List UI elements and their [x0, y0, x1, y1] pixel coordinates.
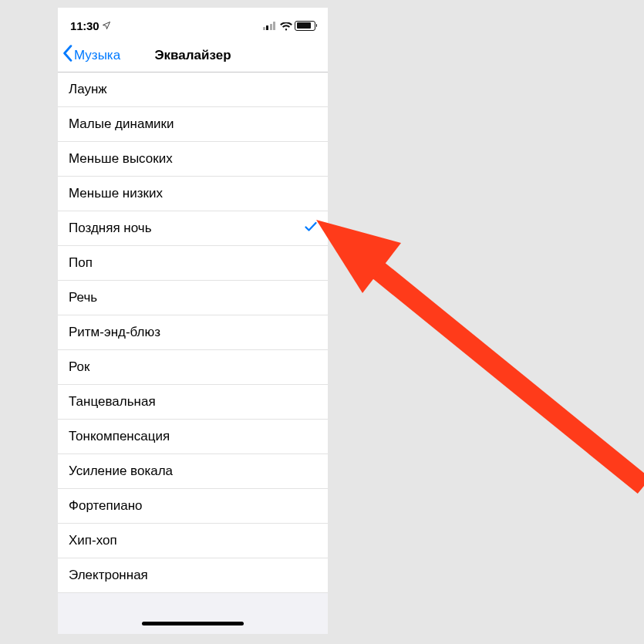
- status-left: 11:30: [70, 19, 111, 32]
- preset-label: Хип-хоп: [69, 533, 117, 548]
- cellular-signal-icon: [263, 22, 276, 30]
- empty-footer: [58, 593, 328, 612]
- phone-screen: 11:30 Музыка Эквалайзер Лаунж: [58, 8, 328, 634]
- checkmark-icon: [305, 221, 317, 236]
- equalizer-preset-row[interactable]: Малые динамики: [58, 107, 328, 142]
- preset-label: Рок: [69, 359, 89, 375]
- svg-line-0: [378, 270, 644, 486]
- status-bar: 11:30: [58, 8, 328, 39]
- equalizer-preset-row[interactable]: Электронная: [58, 558, 328, 593]
- equalizer-preset-row[interactable]: Танцевальная: [58, 385, 328, 420]
- preset-label: Усиление вокала: [69, 464, 173, 479]
- status-right: [263, 21, 316, 31]
- equalizer-preset-row[interactable]: Ритм-энд-блюз: [58, 315, 328, 350]
- preset-label: Фортепиано: [69, 498, 143, 514]
- battery-level: [297, 22, 312, 29]
- equalizer-preset-row[interactable]: Рок: [58, 350, 328, 385]
- equalizer-preset-row[interactable]: Тонкомпенсация: [58, 420, 328, 454]
- equalizer-preset-row[interactable]: Речь: [58, 281, 328, 315]
- preset-label: Меньше низких: [69, 186, 163, 201]
- back-label: Музыка: [74, 48, 120, 63]
- back-button[interactable]: Музыка: [58, 45, 123, 66]
- equalizer-preset-row[interactable]: Поздняя ночь: [58, 211, 328, 246]
- battery-icon: [295, 21, 315, 31]
- preset-label: Ритм-энд-блюз: [69, 325, 160, 340]
- location-arrow-icon: [102, 19, 111, 32]
- preset-label: Поздняя ночь: [69, 221, 152, 236]
- preset-label: Меньше высоких: [69, 151, 173, 167]
- chevron-left-icon: [62, 45, 72, 66]
- home-indicator-bar: [142, 622, 244, 625]
- preset-label: Танцевальная: [69, 394, 156, 410]
- equalizer-preset-row[interactable]: Усиление вокала: [58, 454, 328, 489]
- preset-label: Тонкомпенсация: [69, 429, 170, 444]
- navigation-bar: Музыка Эквалайзер: [58, 39, 328, 72]
- status-time: 11:30: [70, 19, 99, 32]
- preset-label: Электронная: [69, 568, 148, 583]
- equalizer-preset-row[interactable]: Лаунж: [58, 72, 328, 107]
- equalizer-preset-row[interactable]: Хип-хоп: [58, 524, 328, 558]
- equalizer-preset-row[interactable]: Поп: [58, 246, 328, 281]
- home-indicator: [58, 612, 328, 634]
- preset-label: Поп: [69, 255, 93, 271]
- equalizer-preset-list: ЛаунжМалые динамикиМеньше высокихМеньше …: [58, 72, 328, 593]
- preset-label: Лаунж: [69, 82, 107, 97]
- equalizer-preset-row[interactable]: Меньше низких: [58, 177, 328, 211]
- equalizer-preset-row[interactable]: Меньше высоких: [58, 142, 328, 177]
- equalizer-preset-row[interactable]: Фортепиано: [58, 489, 328, 524]
- preset-label: Малые динамики: [69, 116, 174, 132]
- svg-marker-1: [316, 220, 401, 293]
- wifi-icon: [280, 21, 292, 30]
- preset-label: Речь: [69, 290, 97, 305]
